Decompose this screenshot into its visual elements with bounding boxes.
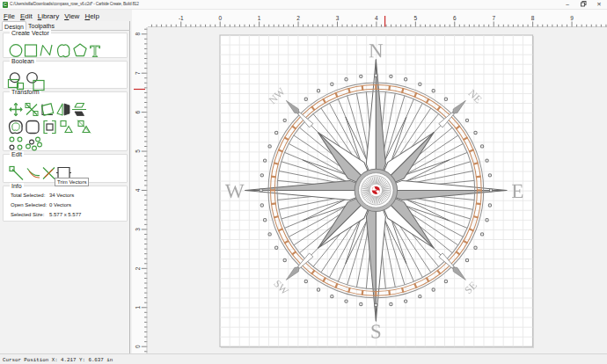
svg-text:7: 7 <box>135 71 141 75</box>
svg-text:8: 8 <box>531 15 535 21</box>
svg-text:4: 4 <box>135 188 141 192</box>
svg-text:0: 0 <box>218 15 222 21</box>
svg-text:3: 3 <box>135 228 141 231</box>
svg-text:6: 6 <box>453 15 457 21</box>
svg-text:2: 2 <box>296 15 300 21</box>
svg-text:6: 6 <box>135 110 141 113</box>
svg-text:-1: -1 <box>179 15 184 21</box>
svg-text:8: 8 <box>135 33 141 36</box>
svg-text:5: 5 <box>414 15 418 21</box>
svg-text:1: 1 <box>135 306 141 309</box>
svg-text:3: 3 <box>336 15 340 21</box>
svg-text:0: 0 <box>135 345 141 348</box>
svg-text:2: 2 <box>135 266 141 270</box>
svg-text:7: 7 <box>492 15 495 21</box>
svg-text:9: 9 <box>570 15 574 21</box>
svg-text:5: 5 <box>135 149 141 153</box>
svg-text:1: 1 <box>258 15 261 21</box>
svg-text:4: 4 <box>375 15 378 21</box>
